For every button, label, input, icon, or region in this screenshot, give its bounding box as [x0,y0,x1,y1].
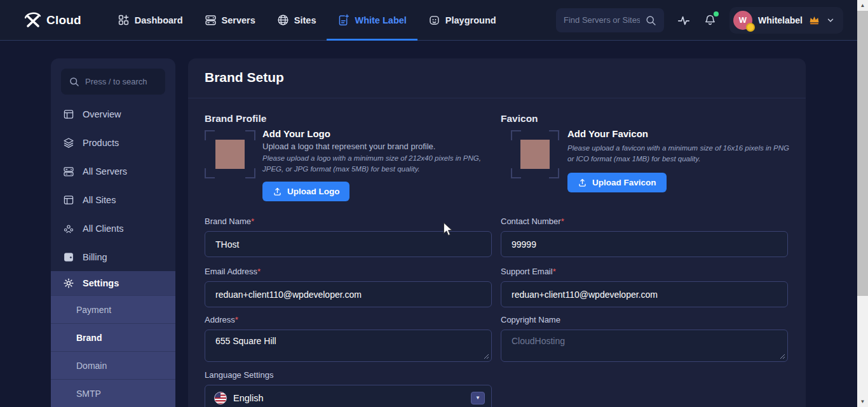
email-address-input[interactable] [205,281,492,307]
nav-label: Dashboard [135,15,183,25]
logo-upload-block: Add Your Logo Upload a logo that represe… [262,128,492,201]
sidebar-item-all-servers[interactable]: All Servers [51,157,175,185]
required-asterisk: * [257,267,261,276]
bracket-corner [549,130,559,140]
sidebar-item-billing[interactable]: Billing [51,243,175,271]
top-navbar: Cloud Dashboard [0,0,857,41]
address-field-wrap: 655 Square Hill [205,330,492,362]
sidebar-item-all-clients[interactable]: All Clients [51,214,175,243]
nav-item-servers[interactable]: Servers [194,0,266,40]
page-scrollbar[interactable]: ▲ ▼ [857,0,868,407]
nav-label: Servers [222,15,255,25]
brand-name-label: Brand Name* [205,217,254,226]
contact-number-input[interactable] [501,231,788,257]
upload-favicon-label: Upload Favicon [592,178,656,187]
search-icon [69,76,79,87]
sidebar-subitem-label: SMTP [76,389,101,399]
sidebar-subitem-domain[interactable]: Domain [51,351,175,379]
sidebar-search[interactable]: Press / to search [61,69,165,95]
title-divider [188,98,806,98]
notifications-bell-icon[interactable] [703,13,717,27]
bracket-corner [511,168,521,178]
nav-item-sites[interactable]: Sites [266,0,327,40]
layers-icon [63,137,74,149]
scroll-down-arrow[interactable]: ▼ [857,396,868,407]
sidebar-item-products[interactable]: Products [51,128,175,157]
app-logo[interactable]: Cloud [23,11,81,29]
sidebar-item-label: All Servers [83,166,127,177]
required-asterisk: * [553,267,556,276]
sidebar-item-label: All Sites [83,195,116,205]
support-email-input[interactable] [501,281,788,307]
coin-badge-icon [746,23,755,32]
overview-window-icon [63,109,74,120]
us-flag-icon [214,392,227,404]
activity-pulse-icon[interactable] [677,13,691,27]
bracket-corner [511,130,521,140]
bracket-corner [549,168,559,178]
dashboard-grid-icon [118,14,130,26]
navbar-right-cluster: W Whitelabel [556,7,843,34]
playground-bot-icon [428,14,440,26]
label-text: Email Address [205,267,257,276]
sidebar-subitem-payment[interactable]: Payment [51,295,175,323]
nav-label: Sites [294,15,316,25]
upload-logo-button[interactable]: Upload Logo [262,182,349,201]
search-icon[interactable] [645,15,656,26]
sidebar-item-label: Settings [83,278,119,288]
global-search[interactable] [556,8,664,32]
gear-icon [63,277,74,289]
copyright-name-textarea[interactable] [501,330,788,362]
sidebar-item-all-sites[interactable]: All Sites [51,185,175,214]
sidebar: Press / to search Overview Products [51,58,175,407]
select-caret-icon[interactable]: ▼ [471,392,485,404]
scrollbar-thumb[interactable] [857,11,868,296]
nav-item-white-label[interactable]: White Label [327,0,417,40]
globe-icon [277,14,289,26]
notification-dot [714,11,719,17]
nav-item-playground[interactable]: Playground [417,0,507,40]
address-textarea[interactable]: 655 Square Hill [205,330,492,362]
copyright-name-label: Copyright Name [501,315,560,324]
brand-name-input[interactable] [205,231,492,257]
brand-profile-heading: Brand Profile [205,113,266,124]
page-title: Brand Setup [205,70,284,85]
add-favicon-note: Please upload a favicon with a minimum s… [567,143,790,164]
favicon-upload-block: Add Your Favicon Please upload a favicon… [567,128,790,192]
language-select[interactable]: English ▼ [205,385,492,407]
address-label: Address* [205,315,238,324]
bracket-corner [245,130,255,140]
email-address-label: Email Address* [205,267,261,276]
favicon-placeholder[interactable] [511,130,559,178]
xcloud-logo-icon [23,11,42,29]
user-menu[interactable]: W Whitelabel [729,7,843,34]
support-email-label: Support Email* [501,267,556,276]
sidebar-item-settings[interactable]: Settings [51,271,175,295]
scroll-up-arrow[interactable]: ▲ [857,0,868,11]
global-search-input[interactable] [564,15,640,25]
nav-item-dashboard[interactable]: Dashboard [107,0,194,40]
logo-placeholder[interactable] [205,130,255,178]
required-asterisk: * [235,315,238,324]
label-text: Copyright Name [501,315,560,324]
sidebar-subitem-smtp[interactable]: SMTP [51,379,175,407]
server-stack-icon [63,166,74,177]
required-asterisk: * [251,217,254,226]
crown-icon [808,15,820,25]
nav-label: Playground [445,15,496,25]
sidebar-item-overview[interactable]: Overview [51,100,175,128]
add-logo-note: Please upload a logo with a minimum size… [262,153,492,174]
primary-nav: Dashboard Servers Sites [107,0,507,40]
sidebar-item-label: Billing [83,252,107,262]
label-text: Support Email [501,267,553,276]
sidebar-item-label: Overview [83,109,121,119]
sidebar-subitem-brand[interactable]: Brand [51,323,175,351]
brand-setup-panel: Brand Setup Brand Profile Add Your Logo … [188,58,806,407]
nav-label: White Label [355,15,406,25]
sidebar-subitem-label: Payment [76,305,111,315]
user-name: Whitelabel [758,15,803,25]
sidebar-subitem-label: Domain [76,361,107,371]
upload-logo-label: Upload Logo [287,187,339,196]
chevron-down-icon [826,16,835,25]
upload-favicon-button[interactable]: Upload Favicon [567,173,667,192]
